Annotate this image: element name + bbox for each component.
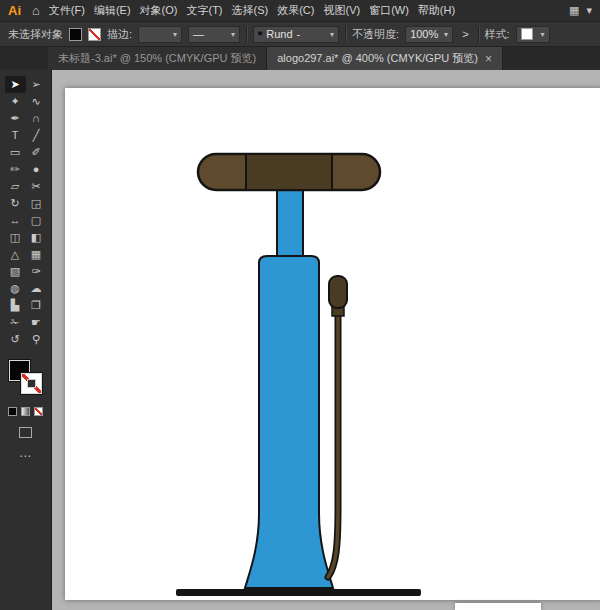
stroke-hole	[27, 379, 36, 388]
tool-curvature[interactable]: ∩	[26, 110, 47, 127]
separator	[345, 26, 346, 42]
menubar-chevron-icon[interactable]: ▾	[586, 4, 592, 17]
brush-dash: -	[297, 28, 301, 40]
tool-hand[interactable]: ☛	[26, 314, 47, 331]
menu-item-file[interactable]: 文件(F)	[49, 3, 85, 18]
workspace-icon[interactable]: ▦	[569, 4, 579, 17]
menu-item-help[interactable]: 帮助(H)	[418, 3, 455, 18]
opacity-value: 100%	[410, 28, 438, 40]
tool-rotate-view[interactable]: ↺	[5, 331, 26, 348]
menu-item-select[interactable]: 选择(S)	[232, 3, 269, 18]
brush-preview-icon: •	[258, 27, 262, 41]
style-dropdown[interactable]: ▾	[516, 26, 550, 43]
brush-dropdown[interactable]: • Rund - ▾	[253, 26, 339, 43]
tool-free-transform[interactable]: ▢	[26, 212, 47, 229]
document-tab-1[interactable]: 未标题-3.ai* @ 150% (CMYK/GPU 预览)	[48, 47, 267, 70]
tab-label: alogo297.ai* @ 400% (CMYK/GPU 预览)	[277, 51, 478, 66]
tool-artboard[interactable]: ❐	[26, 297, 47, 314]
tool-mesh[interactable]: ▦	[26, 246, 47, 263]
stroke-label: 描边:	[107, 27, 132, 42]
menubar-items: 文件(F)编辑(E)对象(O)文字(T)选择(S)效果(C)视图(V)窗口(W)…	[49, 3, 455, 18]
tool-width[interactable]: ↔	[5, 212, 26, 229]
pump-artwork[interactable]	[52, 70, 600, 610]
menu-item-window[interactable]: 窗口(W)	[369, 3, 409, 18]
tool-pencil[interactable]: ✏	[5, 161, 26, 178]
tool-slice[interactable]: ✁	[5, 314, 26, 331]
control-bar: 未选择对象 描边: ▾ — ▾ • Rund - ▾ 不透明度: 100% ▾ …	[0, 22, 600, 47]
tool-rotate[interactable]: ↻	[5, 195, 26, 212]
drawing-mode-button[interactable]	[19, 427, 32, 438]
pump-barrel[interactable]	[245, 256, 333, 588]
no-selection-label: 未选择对象	[8, 27, 63, 42]
gradient-mode-button[interactable]	[21, 407, 30, 416]
pump-handle-center[interactable]	[246, 154, 332, 190]
pump-hose[interactable]	[328, 312, 338, 577]
none-mode-button[interactable]	[34, 407, 43, 416]
tools-grid: ➤➢✦∿✒∩T╱▭✐✏●▱✂↻◲↔▢◫◧△▦▧✑◍☁▙❐✁☛↺⚲	[5, 76, 47, 348]
control-expand-chevron[interactable]: >	[459, 28, 471, 40]
tool-paintbrush[interactable]: ✐	[26, 144, 47, 161]
pump-shaft[interactable]	[277, 186, 303, 262]
brush-value: Rund	[266, 28, 292, 40]
tool-selection[interactable]: ➤	[5, 76, 26, 93]
tool-scale[interactable]: ◲	[26, 195, 47, 212]
tool-pen[interactable]: ✒	[5, 110, 26, 127]
edit-toolbar-button[interactable]: ⋯	[19, 449, 32, 463]
tool-direct-selection[interactable]: ➢	[26, 76, 47, 93]
tool-eraser[interactable]: ▱	[5, 178, 26, 195]
chevron-down-icon: ▾	[330, 30, 334, 39]
chevron-down-icon: ▾	[231, 30, 235, 39]
canvas-area[interactable]	[52, 70, 600, 610]
menu-item-effect[interactable]: 效果(C)	[277, 3, 314, 18]
style-swatch-icon	[521, 28, 533, 40]
tool-scissors[interactable]: ✂	[26, 178, 47, 195]
ai-logo[interactable]: Ai	[8, 3, 21, 18]
tool-line-segment[interactable]: ╱	[26, 127, 47, 144]
tab-close-icon[interactable]: ×	[485, 52, 492, 66]
style-label: 样式:	[485, 27, 510, 42]
separator	[478, 26, 479, 42]
home-icon[interactable]: ⌂	[32, 3, 40, 18]
stroke-swatch-indicator[interactable]	[21, 373, 42, 394]
tool-symbol-sprayer[interactable]: ☁	[26, 280, 47, 297]
stroke-color-well[interactable]	[88, 28, 101, 41]
chevron-down-icon: ▾	[541, 30, 545, 39]
tool-gradient[interactable]: ▧	[5, 263, 26, 280]
menu-item-type[interactable]: 文字(T)	[186, 3, 222, 18]
stroke-profile-value: —	[193, 28, 204, 40]
menubar: Ai ⌂ 文件(F)编辑(E)对象(O)文字(T)选择(S)效果(C)视图(V)…	[0, 0, 600, 22]
color-mode-button[interactable]	[8, 407, 17, 416]
menu-item-object[interactable]: 对象(O)	[140, 3, 178, 18]
swatch-stack	[8, 360, 44, 398]
tool-column-graph[interactable]: ▙	[5, 297, 26, 314]
stroke-profile-dropdown[interactable]: — ▾	[188, 26, 240, 43]
chevron-down-icon: ▾	[173, 30, 177, 39]
main-area: ➤➢✦∿✒∩T╱▭✐✏●▱✂↻◲↔▢◫◧△▦▧✑◍☁▙❐✁☛↺⚲ ⋯	[0, 70, 600, 610]
tabbar: 未标题-3.ai* @ 150% (CMYK/GPU 预览)alogo297.a…	[0, 47, 600, 70]
tool-magic-wand[interactable]: ✦	[5, 93, 26, 110]
pump-base[interactable]	[176, 589, 421, 596]
tool-perspective-grid[interactable]: △	[5, 246, 26, 263]
menu-item-view[interactable]: 视图(V)	[323, 3, 360, 18]
chevron-down-icon: ▾	[444, 30, 448, 39]
fill-color-well[interactable]	[69, 28, 82, 41]
tool-eyedropper[interactable]: ✑	[26, 263, 47, 280]
stroke-weight-dropdown[interactable]: ▾	[138, 26, 182, 43]
document-tab-2[interactable]: alogo297.ai* @ 400% (CMYK/GPU 预览)×	[267, 47, 503, 70]
tool-blend[interactable]: ◍	[5, 280, 26, 297]
menu-item-edit[interactable]: 编辑(E)	[94, 3, 131, 18]
color-mode-buttons	[8, 407, 43, 416]
opacity-label: 不透明度:	[352, 27, 399, 42]
pump-nozzle[interactable]	[329, 276, 347, 308]
tool-rectangle[interactable]: ▭	[5, 144, 26, 161]
separator	[246, 26, 247, 42]
tool-type[interactable]: T	[5, 127, 26, 144]
tool-lasso[interactable]: ∿	[26, 93, 47, 110]
menubar-right: ▦ ▾	[569, 4, 592, 17]
tab-label: 未标题-3.ai* @ 150% (CMYK/GPU 预览)	[58, 51, 256, 66]
tool-blob-brush[interactable]: ●	[26, 161, 47, 178]
opacity-dropdown[interactable]: 100% ▾	[405, 26, 453, 43]
tool-shape-builder[interactable]: ◫	[5, 229, 26, 246]
tool-live-paint[interactable]: ◧	[26, 229, 47, 246]
tool-zoom[interactable]: ⚲	[26, 331, 47, 348]
